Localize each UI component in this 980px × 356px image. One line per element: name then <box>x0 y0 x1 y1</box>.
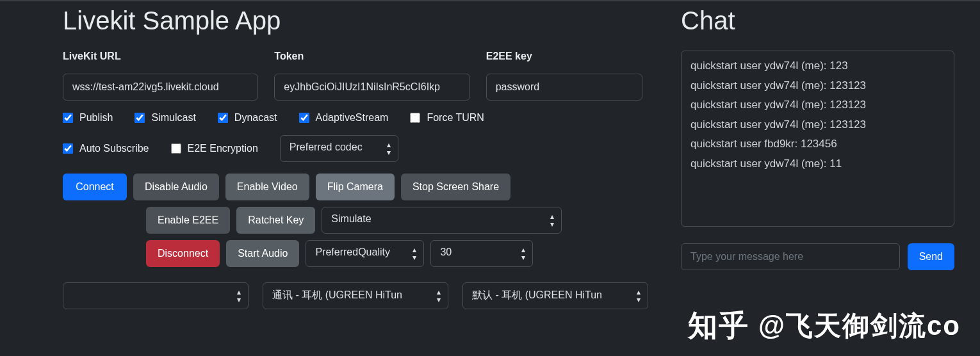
token-input[interactable] <box>274 74 470 101</box>
chat-log: quickstart user ydw74l (me): 123 quickst… <box>681 51 954 227</box>
e2e-encryption-checkbox[interactable] <box>171 143 181 154</box>
disable-audio-button[interactable]: Disable Audio <box>133 174 219 200</box>
dynacast-checkbox[interactable] <box>218 113 228 123</box>
preferred-codec-select[interactable]: Preferred codec <box>280 135 398 162</box>
simulcast-checkbox[interactable] <box>135 113 145 123</box>
chat-message: quickstart user ydw74l (me): 123123 <box>690 76 945 96</box>
e2ee-input[interactable] <box>486 74 642 101</box>
disconnect-button[interactable]: Disconnect <box>146 240 220 267</box>
enable-e2ee-button[interactable]: Enable E2EE <box>146 207 230 234</box>
send-button[interactable]: Send <box>908 243 954 270</box>
simulcast-label[interactable]: Simulcast <box>151 112 195 124</box>
chat-message: quickstart user fbd9kr: 123456 <box>690 134 945 154</box>
force-turn-label[interactable]: Force TURN <box>427 112 484 124</box>
e2e-encryption-label[interactable]: E2E Encryption <box>188 143 258 154</box>
ratchet-key-button[interactable]: Ratchet Key <box>236 207 315 234</box>
start-audio-button[interactable]: Start Audio <box>226 240 299 267</box>
e2ee-label: E2EE key <box>486 51 642 62</box>
watermark-text: @飞天御剑流co <box>758 308 961 344</box>
connect-button[interactable]: Connect <box>63 174 127 200</box>
token-label: Token <box>274 51 470 62</box>
mic-select[interactable]: 通讯 - 耳机 (UGREEN HiTun <box>263 282 448 309</box>
url-label: LiveKit URL <box>63 51 258 62</box>
page-title: Livekit Sample App <box>63 6 642 35</box>
chat-message: quickstart user ydw74l (me): 123123 <box>690 115 945 135</box>
camera-select[interactable] <box>63 282 249 309</box>
adaptive-label[interactable]: AdaptiveStream <box>316 112 389 124</box>
publish-label[interactable]: Publish <box>79 112 113 124</box>
stop-screen-share-button[interactable]: Stop Screen Share <box>401 174 510 200</box>
fps-select[interactable]: 30 <box>430 240 533 267</box>
url-input[interactable] <box>63 74 258 101</box>
chat-message: quickstart user ydw74l (me): 11 <box>690 154 945 174</box>
dynacast-label[interactable]: Dynacast <box>234 112 277 124</box>
simulate-select[interactable]: Simulate <box>322 207 562 234</box>
chat-input[interactable] <box>681 243 900 270</box>
publish-checkbox[interactable] <box>63 113 73 123</box>
watermark: 知乎 @飞天御剑流co <box>688 306 961 346</box>
chat-message: quickstart user ydw74l (me): 123 <box>690 56 945 76</box>
flip-camera-button[interactable]: Flip Camera <box>316 174 395 200</box>
chat-message: quickstart user ydw74l (me): 123123 <box>690 95 945 115</box>
preferred-quality-select[interactable]: PreferredQuality <box>306 240 424 267</box>
adaptive-checkbox[interactable] <box>299 113 309 123</box>
auto-subscribe-label[interactable]: Auto Subscribe <box>79 143 149 154</box>
speaker-select[interactable]: 默认 - 耳机 (UGREEN HiTun <box>462 282 648 309</box>
auto-subscribe-checkbox[interactable] <box>63 143 73 154</box>
chat-title: Chat <box>681 6 954 35</box>
enable-video-button[interactable]: Enable Video <box>225 174 309 200</box>
zhihu-logo: 知乎 <box>688 306 749 346</box>
force-turn-checkbox[interactable] <box>410 113 420 123</box>
